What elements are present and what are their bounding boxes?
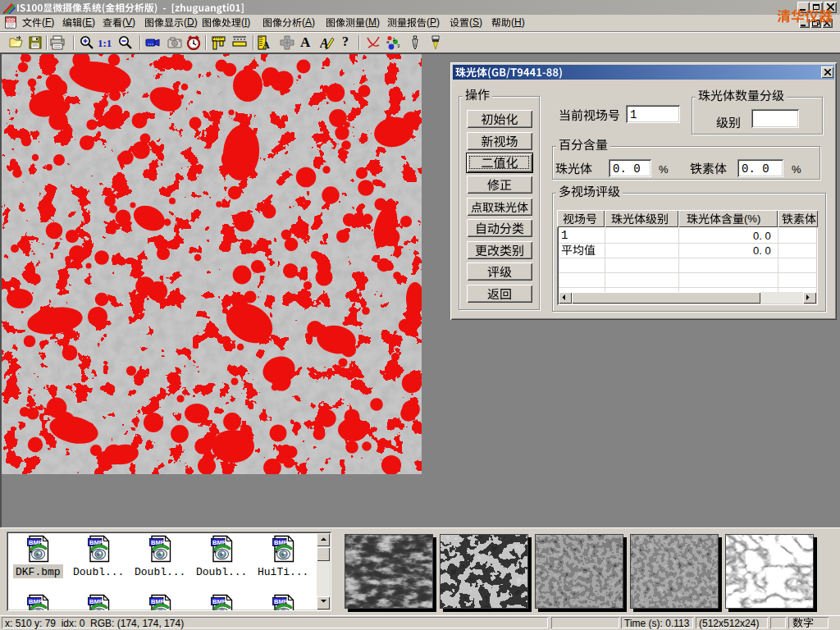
svg-text:DOC: DOC [7,18,16,22]
svg-text:3: 3 [397,43,400,48]
svg-text:A: A [262,39,270,50]
